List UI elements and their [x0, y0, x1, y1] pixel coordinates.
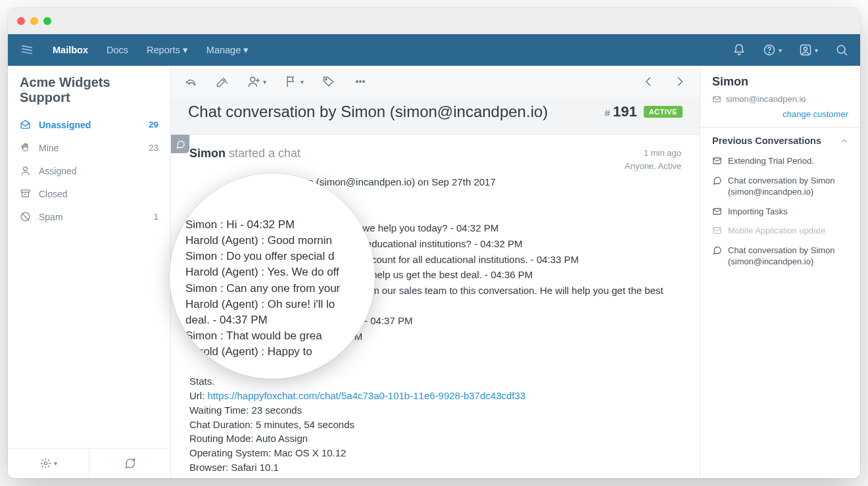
conversation-id: # 191 — [604, 103, 637, 120]
nav-mailbox[interactable]: Mailbox — [53, 45, 88, 55]
note-icon[interactable] — [216, 75, 229, 88]
svg-point-11 — [356, 81, 358, 83]
mailbox-title: Acme Widgets Support — [8, 66, 170, 113]
chat-stats: Stats. Url: https://happyfoxchat.com/cha… — [171, 370, 700, 478]
envelope-icon — [712, 155, 722, 166]
chat-time-ago: 1 min ago — [625, 147, 681, 160]
svg-point-3 — [804, 47, 808, 51]
next-conversation-icon[interactable] — [673, 75, 687, 88]
profile-icon[interactable]: ▾ — [799, 43, 818, 57]
prev-convo-item[interactable]: Importing Tasks — [700, 202, 860, 222]
change-customer-link[interactable]: change customer — [700, 105, 860, 127]
prev-convo-item[interactable]: Chat conversation by Simon (simon@incand… — [700, 171, 860, 202]
nav-docs[interactable]: Docs — [107, 45, 128, 55]
conversation-toolbar: ▾ ▾ — [171, 66, 700, 97]
sidebar-item-unassigned[interactable]: Unassigned 29 — [8, 113, 170, 136]
sidebar-item-spam[interactable]: Spam 1 — [8, 205, 170, 228]
customer-panel: Simon simon@incandpen.io change customer… — [700, 66, 860, 478]
prev-convo-item[interactable]: Extending Trial Period. — [700, 151, 860, 171]
inbox-open-icon — [20, 119, 31, 130]
conversation-header: Chat conversation by Simon (simon@incand… — [171, 97, 700, 134]
svg-point-1 — [769, 53, 770, 53]
svg-rect-2 — [801, 45, 811, 55]
reply-icon[interactable] — [184, 75, 197, 88]
prev-convo-item[interactable]: Chat conversation by Simon (simon@incand… — [700, 241, 860, 272]
hand-icon — [20, 142, 31, 153]
user-icon — [20, 165, 31, 176]
block-icon — [20, 211, 31, 222]
close-window-button[interactable] — [17, 17, 25, 25]
sidebar-item-assigned[interactable]: Assigned — [8, 159, 170, 182]
status-badge: ACTIVE — [644, 106, 683, 118]
archive-icon — [20, 188, 31, 199]
help-icon[interactable]: ▾ — [763, 43, 782, 57]
svg-point-9 — [251, 77, 255, 82]
gear-icon — [40, 458, 51, 469]
brand-icon — [20, 43, 34, 57]
svg-point-10 — [326, 79, 327, 80]
prev-convo-item[interactable]: Mobile Application update — [700, 221, 860, 241]
previous-conversations-header[interactable]: Previous Conversations — [700, 128, 860, 151]
chat-url-link[interactable]: https://happyfoxchat.com/chat/5a4c73a0-1… — [208, 390, 526, 401]
app-window: Mailbox Docs Reports▾ Manage▾ ▾ ▾ Acme W — [8, 8, 860, 478]
zoom-window-button[interactable] — [43, 17, 51, 25]
chevron-up-icon — [840, 137, 848, 145]
chat-icon — [712, 245, 722, 255]
new-chat-icon — [124, 457, 136, 470]
svg-point-8 — [44, 462, 47, 464]
customer-email-row: simon@incandpen.io — [700, 91, 860, 105]
sidebar-new-ticket-button[interactable] — [89, 449, 170, 478]
sidebar-settings-button[interactable]: ▾ — [8, 449, 89, 478]
chat-status-line: Anyone, Active — [625, 160, 681, 173]
assign-icon[interactable]: ▾ — [247, 75, 266, 88]
tag-icon[interactable] — [322, 75, 335, 88]
envelope-icon — [712, 95, 721, 104]
chat-tab-icon — [171, 135, 189, 153]
sidebar: Acme Widgets Support Unassigned 29 Mine … — [8, 66, 171, 478]
chat-icon — [712, 175, 722, 185]
svg-point-13 — [363, 81, 365, 83]
minimize-window-button[interactable] — [30, 17, 38, 25]
envelope-icon — [712, 225, 722, 235]
top-nav: Mailbox Docs Reports▾ Manage▾ ▾ ▾ — [8, 34, 860, 66]
magnifier-overlay: Simon : Hi - 04:32 PM Harold (Agent) : G… — [170, 174, 375, 379]
customer-name: Simon — [712, 75, 848, 89]
sidebar-item-closed[interactable]: Closed — [8, 182, 170, 205]
envelope-icon — [712, 206, 722, 216]
prev-conversation-icon[interactable] — [642, 75, 655, 88]
mac-titlebar — [8, 8, 860, 34]
conversation-title: Chat conversation by Simon (simon@incand… — [188, 103, 548, 121]
svg-point-5 — [24, 167, 28, 171]
sidebar-item-mine[interactable]: Mine 23 — [8, 136, 170, 159]
svg-point-12 — [360, 81, 362, 83]
more-icon[interactable] — [354, 75, 367, 88]
nav-manage[interactable]: Manage▾ — [206, 45, 249, 55]
status-icon[interactable]: ▾ — [285, 75, 304, 88]
search-icon[interactable] — [835, 43, 848, 57]
notifications-icon[interactable] — [733, 43, 746, 57]
svg-rect-6 — [21, 190, 30, 193]
chat-started-by: Simon started a chat — [189, 147, 301, 160]
nav-reports[interactable]: Reports▾ — [147, 45, 188, 55]
